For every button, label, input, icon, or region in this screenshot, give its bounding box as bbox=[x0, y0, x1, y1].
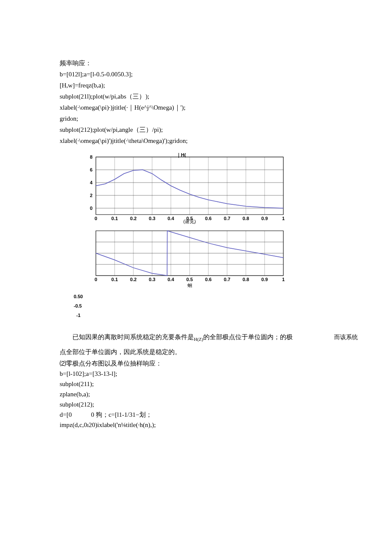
code-line: subplot(212); bbox=[60, 399, 358, 410]
svg-text:0.1: 0.1 bbox=[111, 277, 118, 282]
svg-text:0.3: 0.3 bbox=[149, 277, 155, 282]
code-line: b=[012l];a=[l-0.5-0.0050.3]; bbox=[60, 69, 358, 80]
code-line: subplot(212);plot(w/pi,angle（三）/pi); bbox=[60, 124, 358, 135]
code-line: zplane(b,a); bbox=[60, 389, 358, 399]
svg-text:1: 1 bbox=[282, 277, 285, 282]
svg-text:0.7: 0.7 bbox=[224, 277, 230, 282]
svg-text:0.3: 0.3 bbox=[149, 216, 155, 221]
svg-text:8: 8 bbox=[90, 154, 92, 160]
code-line: xlabel(·\omega(\pi)')jtitle(·\theta\Omeg… bbox=[60, 135, 358, 146]
analysis-text: 而该系统 bbox=[334, 331, 358, 344]
svg-text:0: 0 bbox=[95, 216, 97, 221]
svg-text:0: 0 bbox=[90, 206, 92, 211]
chart-xlabel: 蛔 bbox=[187, 283, 192, 288]
svg-text:1: 1 bbox=[282, 216, 285, 221]
analysis-text: H(Z) bbox=[194, 337, 203, 342]
chart-xlabel: (谢见) bbox=[183, 219, 196, 224]
code-line: [H,w]=freqz(b,a); bbox=[60, 80, 358, 91]
svg-text:0.2: 0.2 bbox=[130, 216, 136, 221]
code-line: gridon; bbox=[60, 113, 358, 124]
svg-text:0.1: 0.1 bbox=[111, 216, 118, 221]
svg-text:0.4: 0.4 bbox=[167, 277, 174, 282]
chart-block: ｜H( 02468 00.10.20.30.40.50.60.70.80.91 … bbox=[79, 153, 292, 320]
svg-text:6: 6 bbox=[90, 167, 92, 172]
phase-chart: 00.10.20.30.40.50.60.70.80.91 蛔 bbox=[79, 229, 292, 288]
svg-text:0.8: 0.8 bbox=[242, 216, 249, 221]
analysis-text: 已知因果的离散时间系统稳定的充要条件是 bbox=[60, 331, 194, 343]
svg-text:0.9: 0.9 bbox=[261, 216, 268, 221]
y-label: -1 bbox=[76, 311, 292, 320]
code-line: subplot(211); bbox=[60, 379, 358, 389]
code-line: ⑵零极点分布图以及单位抽样响应： bbox=[60, 358, 358, 369]
y-label: 0.50 bbox=[74, 292, 292, 301]
svg-text:0.5: 0.5 bbox=[186, 277, 193, 282]
y-label: -0.5 bbox=[74, 301, 292, 311]
svg-text:4: 4 bbox=[90, 180, 93, 185]
svg-text:2: 2 bbox=[90, 193, 92, 198]
svg-text:0.7: 0.7 bbox=[224, 216, 230, 221]
code-line: d=[0 0 狗；c=[l1-1/31−划； bbox=[60, 410, 358, 420]
svg-text:0: 0 bbox=[95, 277, 97, 282]
extra-y-labels: 0.50 -0.5 -1 bbox=[74, 292, 292, 320]
analysis-text: 的全部极点位于单位圆内；的极 bbox=[203, 334, 293, 340]
svg-text:0.9: 0.9 bbox=[261, 277, 268, 282]
code-line: b=[l-102];a=[33-13-l]; bbox=[60, 369, 358, 379]
code-line: xlabel(·\omega(\pi)·)jtitle(·｜H(e^j^\Ome… bbox=[60, 102, 358, 113]
svg-text:0.8: 0.8 bbox=[242, 277, 249, 282]
svg-text:0.6: 0.6 bbox=[205, 277, 211, 282]
code-line: subplot(21l);plot(w/pi,abs（三）); bbox=[60, 91, 358, 102]
svg-text:0.2: 0.2 bbox=[130, 277, 136, 282]
svg-text:0.4: 0.4 bbox=[167, 216, 174, 221]
svg-text:0.6: 0.6 bbox=[205, 216, 211, 221]
analysis-block: 已知因果的离散时间系统稳定的充要条件是H(Z)的全部极点位于单位圆内；的极 而该… bbox=[60, 331, 358, 430]
code-line: 频率响应： bbox=[60, 58, 358, 69]
code-line: impz(d,c,0ı20)ixlabel('n⅛title(·h(n),); bbox=[60, 420, 358, 430]
analysis-text: 点全部位于单位圆内，因此系统是稳定的。 bbox=[60, 346, 358, 358]
magnitude-chart: ｜H( 02468 00.10.20.30.40.50.60.70.80.91 … bbox=[79, 153, 292, 225]
